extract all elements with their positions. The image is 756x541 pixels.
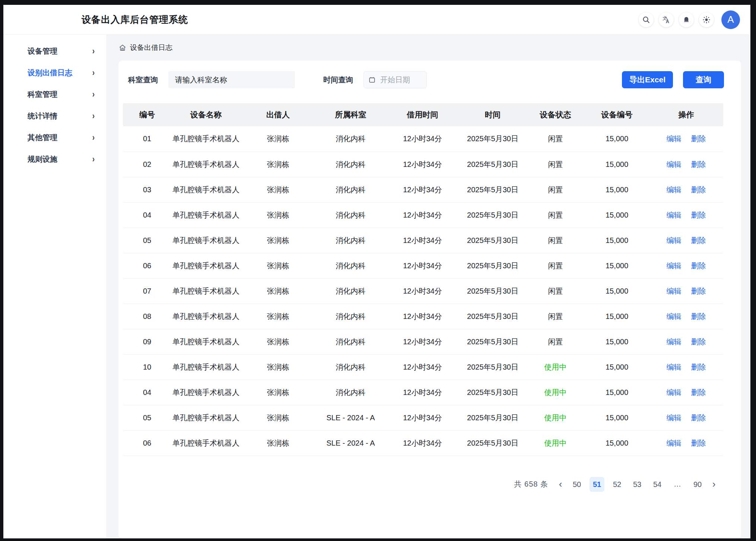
cell-date: 2025年5月30日 xyxy=(459,152,526,177)
cell-lender: 张润栋 xyxy=(241,253,315,278)
page-number-54[interactable]: 54 xyxy=(650,477,665,492)
delete-link[interactable]: 删除 xyxy=(691,338,706,346)
page-number-51[interactable]: 51 xyxy=(590,477,604,492)
edit-link[interactable]: 编辑 xyxy=(667,388,682,396)
prev-page-arrow[interactable]: ‹ xyxy=(554,477,567,492)
chevron-right-icon: › xyxy=(92,67,95,78)
dept-search-input[interactable] xyxy=(168,71,295,88)
cell-device-name: 单孔腔镜手术机器人 xyxy=(171,228,241,253)
cell-borrow-duration: 12小时34分 xyxy=(386,278,459,304)
cell-actions: 编辑删除 xyxy=(649,228,723,253)
edit-link[interactable]: 编辑 xyxy=(667,414,682,422)
edit-link[interactable]: 编辑 xyxy=(667,135,682,143)
cell-date: 2025年5月30日 xyxy=(459,278,526,304)
page-number-90[interactable]: 90 xyxy=(690,477,705,492)
delete-link[interactable]: 删除 xyxy=(691,160,706,168)
cell-department: 消化内科 xyxy=(315,304,386,329)
cell-actions: 编辑删除 xyxy=(649,405,723,430)
edit-link[interactable]: 编辑 xyxy=(667,363,682,371)
cell-device-code: 15,000 xyxy=(585,152,649,177)
sidebar-item-label: 设别出借日志 xyxy=(28,68,72,78)
cell-department: 消化内科 xyxy=(315,253,386,278)
delete-link[interactable]: 删除 xyxy=(691,287,706,295)
dept-filter-label: 科室查询 xyxy=(128,75,158,85)
cell-actions: 编辑删除 xyxy=(649,278,723,304)
sidebar-item-4[interactable]: 其他管理› xyxy=(3,129,106,146)
delete-link[interactable]: 删除 xyxy=(691,236,706,244)
cell-lender: 张润栋 xyxy=(241,354,315,380)
cell-lender: 张润栋 xyxy=(241,430,315,456)
cell-device-name: 单孔腔镜手术机器人 xyxy=(171,354,241,380)
delete-link[interactable]: 删除 xyxy=(691,363,706,371)
edit-link[interactable]: 编辑 xyxy=(667,439,682,447)
theme-button[interactable] xyxy=(699,12,714,27)
cell-id: 03 xyxy=(123,177,171,202)
delete-link[interactable]: 删除 xyxy=(691,312,706,320)
cell-department: SLE - 2024 - A xyxy=(315,405,386,430)
cell-status: 使用中 xyxy=(526,380,585,405)
cell-device-code: 15,000 xyxy=(585,380,649,405)
delete-link[interactable]: 删除 xyxy=(691,186,706,194)
page-ellipsis: … xyxy=(670,480,685,488)
sidebar-item-2[interactable]: 科室管理› xyxy=(3,86,106,102)
log-table-wrap: 编号设备名称出借人所属科室借用时间时间设备状态设备编号操作 01单孔腔镜手术机器… xyxy=(123,103,723,456)
chevron-right-icon: › xyxy=(92,132,95,143)
sidebar-item-0[interactable]: 设备管理› xyxy=(3,43,106,59)
delete-link[interactable]: 删除 xyxy=(691,211,706,219)
export-excel-button[interactable]: 导出Excel xyxy=(622,71,673,88)
delete-link[interactable]: 删除 xyxy=(691,414,706,422)
column-header: 设备名称 xyxy=(171,103,241,126)
translate-button[interactable]: 文 A xyxy=(659,12,674,27)
bell-icon xyxy=(682,16,690,24)
sidebar-item-1[interactable]: 设别出借日志› xyxy=(3,64,106,81)
filter-row: 科室查询 时间查询 导出Excel xyxy=(118,71,741,88)
sidebar-item-label: 统计详情 xyxy=(28,111,57,121)
cell-device-name: 单孔腔镜手术机器人 xyxy=(171,253,241,278)
breadcrumb: 设备出借日志 xyxy=(106,35,750,61)
column-header: 所属科室 xyxy=(315,103,386,126)
cell-borrow-duration: 12小时34分 xyxy=(386,430,459,456)
page-number-50[interactable]: 50 xyxy=(569,477,584,492)
cell-date: 2025年5月30日 xyxy=(459,177,526,202)
cell-actions: 编辑删除 xyxy=(649,202,723,228)
app-window: 设备出入库后台管理系统 文 A xyxy=(3,5,750,538)
edit-link[interactable]: 编辑 xyxy=(667,312,682,320)
cell-status: 使用中 xyxy=(526,405,585,430)
cell-department: 消化内科 xyxy=(315,228,386,253)
page-number-53[interactable]: 53 xyxy=(630,477,645,492)
cell-date: 2025年5月30日 xyxy=(459,202,526,228)
cell-date: 2025年5月30日 xyxy=(459,329,526,354)
user-avatar[interactable]: A xyxy=(721,10,740,29)
delete-link[interactable]: 删除 xyxy=(691,439,706,447)
cell-device-code: 15,000 xyxy=(585,126,649,152)
cell-actions: 编辑删除 xyxy=(649,430,723,456)
cell-actions: 编辑删除 xyxy=(649,177,723,202)
cell-department: 消化内科 xyxy=(315,126,386,152)
edit-link[interactable]: 编辑 xyxy=(667,236,682,244)
query-button[interactable]: 查询 xyxy=(683,71,724,88)
cell-actions: 编辑删除 xyxy=(649,354,723,380)
start-date-input[interactable] xyxy=(380,76,417,84)
edit-link[interactable]: 编辑 xyxy=(667,160,682,168)
notification-button[interactable] xyxy=(679,12,694,27)
delete-link[interactable]: 删除 xyxy=(691,135,706,143)
cell-id: 01 xyxy=(123,126,171,152)
edit-link[interactable]: 编辑 xyxy=(667,338,682,346)
cell-borrow-duration: 12小时34分 xyxy=(386,329,459,354)
edit-link[interactable]: 编辑 xyxy=(667,211,682,219)
search-button[interactable] xyxy=(639,12,654,27)
cell-borrow-duration: 12小时34分 xyxy=(386,304,459,329)
page-number-52[interactable]: 52 xyxy=(610,477,625,492)
edit-link[interactable]: 编辑 xyxy=(667,262,682,270)
cell-device-code: 15,000 xyxy=(585,253,649,278)
date-picker[interactable] xyxy=(363,71,427,88)
edit-link[interactable]: 编辑 xyxy=(667,186,682,194)
sidebar-item-3[interactable]: 统计详情› xyxy=(3,108,106,124)
next-page-arrow[interactable]: › xyxy=(708,477,720,492)
delete-link[interactable]: 删除 xyxy=(691,388,706,396)
delete-link[interactable]: 删除 xyxy=(691,262,706,270)
edit-link[interactable]: 编辑 xyxy=(667,287,682,295)
cell-status: 闲置 xyxy=(526,304,585,329)
cell-device-name: 单孔腔镜手术机器人 xyxy=(171,177,241,202)
sidebar-item-5[interactable]: 规则设施› xyxy=(3,151,106,167)
